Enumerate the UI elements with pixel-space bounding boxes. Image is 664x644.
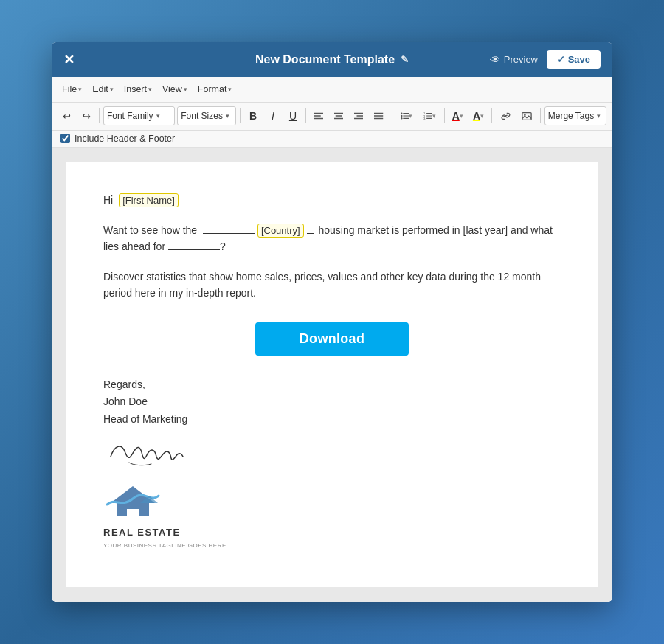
font-family-label: Font Family <box>107 111 153 121</box>
logo-area: REAL ESTATE YOUR BUSINESS TAGLINE GOES H… <box>103 482 561 551</box>
undo-button[interactable]: ↩ <box>58 106 75 125</box>
chevron-down-icon: ▾ <box>78 86 82 93</box>
caret: ▾ <box>460 112 463 120</box>
content-area: Hi [First Name] Want to see how the [Cou… <box>52 148 612 602</box>
merge-country: [Country] <box>257 224 304 238</box>
chevron-down-icon: ▾ <box>148 86 152 93</box>
chevron-down-icon: ▾ <box>184 86 187 93</box>
align-left-button[interactable] <box>310 106 328 125</box>
menu-view[interactable]: View ▾ <box>158 81 192 97</box>
separator-4 <box>392 108 392 123</box>
chevron-down-icon: ▾ <box>228 86 232 93</box>
redo-button[interactable]: ↪ <box>77 106 95 125</box>
future-blank <box>168 249 220 250</box>
image-button[interactable] <box>517 106 536 125</box>
greeting-prefix: Hi <box>103 194 113 206</box>
font-size-label: Font Sizes <box>181 111 223 121</box>
svg-rect-29 <box>127 509 139 516</box>
separator-3 <box>305 108 306 123</box>
caret: ▾ <box>432 112 436 120</box>
menu-edit[interactable]: Edit ▾ <box>88 81 118 97</box>
chevron-down-icon: ▾ <box>156 112 160 120</box>
bold-button[interactable]: B <box>244 106 262 125</box>
align-right-button[interactable] <box>350 106 367 125</box>
separator-6 <box>491 108 492 123</box>
include-header-footer-label[interactable]: Include Header & Footer <box>75 134 175 144</box>
menu-view-label: View <box>162 84 182 94</box>
signature-block: Regards, John Doe Head of Marketing <box>103 376 561 551</box>
logo-text: REAL ESTATE <box>103 524 181 541</box>
signature-svg <box>103 434 199 468</box>
toolbar: ↩ ↪ Font Family ▾ Font Sizes ▾ B I U <box>52 103 612 131</box>
body-paragraph-2: Discover statistics that show home sales… <box>103 269 561 302</box>
country-blank-before <box>203 232 255 234</box>
svg-point-12 <box>401 113 402 114</box>
eye-icon: 👁 <box>490 54 500 66</box>
align-center-button[interactable] <box>330 106 347 125</box>
include-header-footer-checkbox[interactable] <box>60 134 70 143</box>
menu-file-label: File <box>62 84 77 94</box>
menu-format[interactable]: Format ▾ <box>193 81 237 97</box>
body1-prefix: Want to see how the <box>103 224 197 236</box>
separator-2 <box>240 108 241 123</box>
align-justify-button[interactable] <box>370 106 387 125</box>
editor-window: ✕ New Document Template ✎ 👁 Preview ✓ Sa… <box>52 42 612 602</box>
italic-button[interactable]: I <box>264 106 282 125</box>
chevron-down-icon: ▾ <box>597 112 601 120</box>
signature-image <box>103 434 561 474</box>
link-button[interactable] <box>496 106 515 125</box>
menu-format-label: Format <box>198 84 227 94</box>
header-footer-bar: Include Header & Footer <box>52 131 612 148</box>
font-family-select[interactable]: Font Family ▾ <box>103 106 175 125</box>
separator-1 <box>99 108 100 123</box>
greeting-line: Hi [First Name] <box>103 192 561 209</box>
list-unordered-button[interactable]: ▾ <box>396 106 418 125</box>
font-size-select[interactable]: Font Sizes ▾ <box>177 106 236 125</box>
title-bar: ✕ New Document Template ✎ 👁 Preview ✓ Sa… <box>52 42 612 77</box>
title-bar-title: New Document Template ✎ <box>255 53 409 66</box>
body-paragraph-1: Want to see how the [Country] housing ma… <box>103 222 561 255</box>
body1-end: ? <box>220 240 226 252</box>
menu-file[interactable]: File ▾ <box>58 81 86 97</box>
edit-icon[interactable]: ✎ <box>401 54 409 65</box>
country-blank-after <box>307 232 314 234</box>
font-color-button[interactable]: A ▾ <box>449 106 467 125</box>
regards-line2: John Doe <box>103 393 561 411</box>
regards-line1: Regards, <box>103 376 561 394</box>
merge-tags-label: Merge Tags <box>548 111 594 121</box>
list-ordered-button[interactable]: 1.2.3. ▾ <box>419 106 440 125</box>
svg-point-16 <box>401 117 402 119</box>
title-bar-actions: 👁 Preview ✓ Save <box>490 50 601 69</box>
chevron-down-icon: ▾ <box>110 86 114 93</box>
svg-text:3.: 3. <box>423 117 426 120</box>
merge-first-name: [First Name] <box>119 193 179 207</box>
menu-bar: File ▾ Edit ▾ Insert ▾ View ▾ Format ▾ <box>52 77 612 103</box>
caret: ▾ <box>409 112 412 120</box>
preview-label: Preview <box>504 54 538 65</box>
logo-tagline: YOUR BUSINESS TAGLINE GOES HERE <box>103 541 226 551</box>
separator-5 <box>444 108 445 123</box>
preview-button[interactable]: 👁 Preview <box>490 54 538 66</box>
separator-7 <box>540 108 541 123</box>
merge-tags-select[interactable]: Merge Tags ▾ <box>544 106 606 125</box>
document-page: Hi [First Name] Want to see how the [Cou… <box>66 162 598 587</box>
close-button[interactable]: ✕ <box>63 52 75 68</box>
underline-button[interactable]: U <box>284 106 302 125</box>
svg-rect-25 <box>522 112 531 120</box>
menu-insert[interactable]: Insert ▾ <box>120 81 156 97</box>
document-title: New Document Template <box>255 53 395 66</box>
real-estate-logo <box>103 482 162 523</box>
regards-line3: Head of Marketing <box>103 411 561 429</box>
menu-edit-label: Edit <box>92 84 108 94</box>
save-button[interactable]: ✓ Save <box>547 50 601 69</box>
chevron-down-icon: ▾ <box>226 112 229 120</box>
bg-color-button[interactable]: A ▾ <box>469 106 488 125</box>
caret: ▾ <box>480 112 484 120</box>
download-btn-wrapper: Download <box>103 322 561 356</box>
menu-insert-label: Insert <box>124 84 147 94</box>
svg-point-14 <box>401 115 402 117</box>
download-button[interactable]: Download <box>255 322 409 356</box>
